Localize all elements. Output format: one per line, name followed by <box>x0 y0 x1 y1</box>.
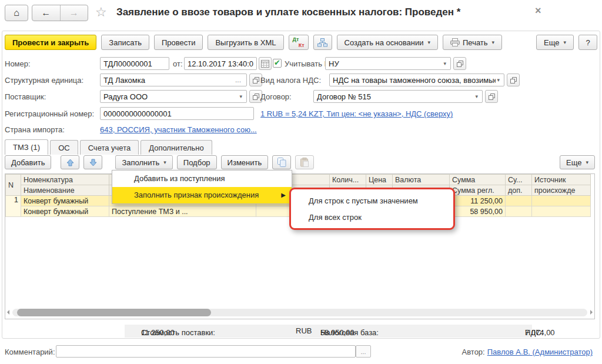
scroll-right-icon[interactable] <box>590 310 593 315</box>
sum-regl-cell[interactable]: 58 950,00 <box>450 206 506 217</box>
chevron-down-icon[interactable]: ▾ <box>474 93 479 99</box>
chevron-down-icon: ▾ <box>563 39 566 45</box>
tab-label: Дополнительно <box>149 143 204 152</box>
name-cell[interactable]: Конверт бумажный <box>21 206 109 217</box>
print-button[interactable]: Печать ▾ <box>443 35 502 50</box>
post-and-close-button[interactable]: Провести и закрыть <box>5 35 96 50</box>
structural-unit-label: Структурная единица: <box>5 76 83 85</box>
import-country-label: Страна импорта: <box>5 125 65 134</box>
create-based-on-button[interactable]: Создать на основании ▾ <box>337 35 438 50</box>
move-down-button[interactable] <box>83 155 102 169</box>
structure-icon <box>317 38 327 47</box>
help-button[interactable]: ? <box>578 35 597 50</box>
contract-open-button[interactable] <box>485 90 498 103</box>
fill-dropdown-menu: Добавить из поступления Заполнить призна… <box>112 170 292 204</box>
totals-bar: Стоимость поставки: 11 250,00 RUB Налого… <box>125 325 532 338</box>
horizontal-scrollbar[interactable] <box>12 309 587 316</box>
paste-icon <box>300 158 309 167</box>
col-n-header[interactable]: N <box>6 175 21 196</box>
col-nomenclature-header[interactable]: Номенклатура <box>21 175 109 185</box>
dtkt-postings-button[interactable]: ДтКт <box>289 35 309 50</box>
check-icon: ✔ <box>274 59 280 66</box>
home-button[interactable]: ⌂ <box>5 5 28 21</box>
col-currency-header[interactable]: Валюта <box>393 175 450 185</box>
col-source-header[interactable]: Источник <box>532 175 591 185</box>
favorite-star-icon[interactable]: ☆ <box>95 6 107 19</box>
col-sum-regl-header[interactable]: Сумма регл. <box>450 185 506 196</box>
menu-item-add-from-receipt[interactable]: Добавить из поступления <box>112 171 292 187</box>
col-quantity-header[interactable]: Колич... <box>330 175 366 185</box>
scroll-left-icon[interactable] <box>7 310 9 315</box>
reg-number-value: 0000000000000001 <box>103 109 250 118</box>
col-sum-header[interactable]: Сумма <box>450 175 506 185</box>
move-up-button[interactable] <box>61 155 79 169</box>
exchange-rate-link[interactable]: 1 RUB = 5,24 KZT, Тип цен: <не указан>, … <box>260 109 453 118</box>
vat-kind-value: НДС на товары таможенного союза, ввозимы… <box>333 76 496 85</box>
export-xml-button[interactable]: Выгрузить в XML <box>208 35 283 50</box>
open-link-icon <box>489 93 495 100</box>
chevron-down-icon[interactable]: ▾ <box>496 77 501 83</box>
copy-rows-button[interactable] <box>272 155 291 169</box>
row-number-cell[interactable]: 1 <box>6 196 21 217</box>
col-price-header[interactable]: Цена <box>366 175 393 185</box>
select-dots-icon[interactable]: ... <box>233 76 243 84</box>
kpn-kind-field[interactable]: НУ ▾ <box>325 57 451 70</box>
create-based-on-label: Создать на основании <box>345 38 424 47</box>
forward-arrow-icon: → <box>69 8 79 18</box>
tab-os[interactable]: ОС <box>50 140 78 155</box>
fill-dropdown-button[interactable]: Заполнить ▾ <box>115 155 172 169</box>
kpn-kind-open-button[interactable] <box>453 57 466 70</box>
document-structure-button[interactable] <box>313 35 332 50</box>
chevron-down-icon[interactable]: ▾ <box>238 93 243 99</box>
forward-button[interactable]: → <box>61 5 88 21</box>
post-button[interactable]: Провести <box>154 35 203 50</box>
open-link-icon <box>510 77 517 84</box>
receipt-doc-cell[interactable]: Поступление ТМЗ и ... <box>109 206 256 217</box>
fill-label: Заполнить <box>122 158 159 167</box>
tab-accounts[interactable]: Счета учета <box>80 140 139 155</box>
comment-expand-button[interactable]: ... <box>356 345 371 358</box>
contract-field[interactable]: Договор № 515 ▾ <box>313 90 483 103</box>
tab-additional[interactable]: Дополнительно <box>141 140 212 155</box>
col-dop-header[interactable]: доп. <box>506 185 532 196</box>
sum-cell[interactable]: 11 250,00 <box>450 196 506 206</box>
number-label: Номер: <box>5 59 31 68</box>
col-name-header[interactable]: Наименование <box>21 185 109 196</box>
submenu-item-empty-rows[interactable]: Для строк с пустым значением <box>291 193 453 209</box>
add-row-button[interactable]: Добавить <box>5 155 51 169</box>
import-country-link[interactable]: 643, РОССИЯ, участник Таможенного сою... <box>100 125 257 134</box>
chevron-down-icon: ▾ <box>492 39 495 45</box>
edit-row-button[interactable]: Изменить <box>221 155 269 169</box>
tab-label: ТМЗ (1) <box>13 143 40 152</box>
table-more-button[interactable]: Еще ▾ <box>560 155 595 169</box>
kpn-checkbox[interactable]: ✔ <box>273 59 282 68</box>
vat-kind-field[interactable]: НДС на товары таможенного союза, ввозимы… <box>329 74 504 86</box>
currency-total: RUB <box>296 326 312 335</box>
kpn-kind-value: НУ <box>329 59 442 68</box>
date-field[interactable]: 12.10.2017 13:40:03 <box>184 57 257 70</box>
col-source2-header[interactable]: происхожде <box>532 185 591 196</box>
supplier-field[interactable]: Радуга ООО ▾ <box>100 90 247 103</box>
paste-rows-button[interactable] <box>295 155 314 169</box>
tab-tmz[interactable]: ТМЗ (1) <box>5 139 48 155</box>
col-su-header[interactable]: Су... <box>506 175 532 185</box>
number-field[interactable]: ТДЛ00000001 <box>100 57 169 70</box>
comment-input[interactable] <box>56 345 356 358</box>
author-link[interactable]: Павлов А.В. (Администратор) <box>487 348 593 356</box>
back-button[interactable]: ← <box>32 5 61 21</box>
vat-kind-open-button[interactable] <box>507 74 520 86</box>
menu-item-fill-origin[interactable]: Заполнить признак происхождения ▶ <box>112 187 292 203</box>
nomenclature-cell[interactable]: Конверт бумажный <box>21 196 109 206</box>
chevron-down-icon[interactable]: ▾ <box>442 61 447 66</box>
submenu-item-all-rows[interactable]: Для всех строк <box>291 209 453 226</box>
pick-button[interactable]: Подбор <box>177 155 217 169</box>
reg-number-field[interactable]: 0000000000000001 <box>100 107 254 120</box>
table-more-label: Еще <box>566 158 581 167</box>
open-link-icon <box>253 93 259 100</box>
scrollbar-thumb[interactable] <box>17 309 211 316</box>
more-button[interactable]: Еще ▾ <box>536 35 574 50</box>
write-button[interactable]: Записать <box>101 35 149 50</box>
structural-unit-field[interactable]: ТД Лакомка ... <box>100 74 247 86</box>
close-icon[interactable]: × <box>535 5 541 17</box>
calendar-button[interactable] <box>259 57 272 70</box>
